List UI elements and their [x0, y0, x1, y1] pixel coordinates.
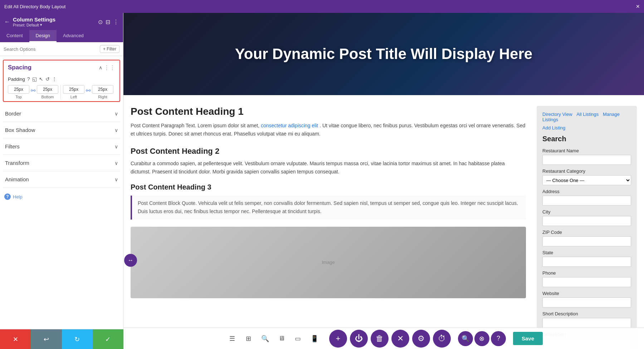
state-input[interactable] — [542, 257, 631, 267]
short-description-input[interactable] — [542, 318, 631, 328]
preset-label: Preset: Default — [13, 23, 39, 27]
padding-top-group: Top — [8, 85, 29, 99]
padding-label: Padding — [8, 77, 25, 82]
zip-code-input[interactable] — [542, 236, 631, 246]
breadcrumb-directory[interactable]: Directory View — [542, 112, 572, 117]
layers-button[interactable]: ⊗ — [474, 331, 489, 346]
link-icon-1[interactable]: ⚯ — [31, 87, 35, 94]
link-icon-2[interactable]: ⚯ — [86, 87, 91, 94]
spacing-header[interactable]: Spacing ∧ ⋮⋮ — [4, 60, 119, 75]
help-button[interactable]: ? — [491, 331, 506, 346]
tab-advanced[interactable]: Advanced — [57, 30, 90, 42]
mobile-button[interactable]: 📱 — [307, 331, 322, 346]
box-shadow-header[interactable]: Box Shadow ∨ — [3, 122, 120, 138]
padding-left-input[interactable] — [63, 85, 84, 94]
border-header[interactable]: Border ∨ — [3, 105, 120, 122]
grid-button[interactable]: ⊞ — [241, 331, 256, 346]
transform-header[interactable]: Transform ∨ — [3, 155, 120, 171]
phone-label: Phone — [542, 270, 631, 276]
panel-tabs: Content Design Advanced — [0, 30, 123, 42]
box-shadow-chevron[interactable]: ∨ — [114, 127, 118, 133]
padding-label-row: Padding ? ◱ ↖ ↺ ⋮ — [8, 76, 115, 82]
delete-button[interactable]: 🗑 — [371, 330, 389, 348]
box-shadow-title: Box Shadow — [5, 127, 114, 133]
preset-dropdown[interactable]: Preset: Default ▾ — [13, 23, 95, 27]
back-icon[interactable]: ← — [4, 19, 10, 25]
toolbar-right: 🔍 ⊗ ? Save — [458, 331, 543, 346]
search-bar: + Filter — [0, 42, 123, 56]
apply-button[interactable]: ✓ — [93, 329, 123, 349]
post-heading-2: Post Content Heading 2 — [131, 147, 526, 156]
city-input[interactable] — [542, 216, 631, 226]
undo-button[interactable]: ↩ — [31, 329, 62, 349]
help-icon[interactable]: ? — [27, 76, 30, 82]
restaurant-name-input[interactable] — [542, 155, 631, 165]
settings-button[interactable]: ⚙ — [412, 330, 430, 348]
website-input[interactable] — [542, 298, 631, 308]
post-heading-3: Post Content Heading 3 — [131, 183, 526, 191]
tab-content[interactable]: Content — [0, 30, 29, 42]
sidebar-search-title: Search — [542, 135, 631, 143]
breadcrumb-all-listings[interactable]: All Listings — [576, 112, 599, 117]
power-button[interactable]: ⏻ — [350, 330, 368, 348]
tablet-button[interactable]: ▭ — [291, 331, 306, 346]
add-listing-link[interactable]: Add Listing — [542, 125, 631, 131]
individual-icon[interactable]: ◱ — [32, 76, 37, 82]
reset-icon[interactable]: ↺ — [45, 76, 50, 82]
animation-chevron[interactable]: ∨ — [114, 177, 118, 182]
spacing-chevron[interactable]: ∧ — [99, 65, 102, 70]
top-bar-title: Edit All Directory Body Layout — [4, 4, 636, 9]
panel-bottom: ✕ ↩ ↻ ✓ — [0, 329, 123, 349]
panel-header: ← Column Settings Preset: Default ▾ ⊙ ⊟ … — [0, 13, 123, 30]
redo-button[interactable]: ↻ — [62, 329, 93, 349]
search-button[interactable]: 🔍 — [258, 331, 273, 346]
drag-handle[interactable]: ↔ — [124, 254, 137, 267]
animation-title: Animation — [5, 176, 114, 182]
close-button[interactable]: ✕ — [391, 330, 409, 348]
panel-body: Spacing ∧ ⋮⋮ Padding ? ◱ ↖ ↺ ⋮ — [0, 56, 123, 349]
padding-bottom-input[interactable] — [37, 85, 58, 94]
bottom-toolbar: ☰ ⊞ 🔍 🖥 ▭ 📱 + ⏻ 🗑 ✕ ⚙ ⏱ 🔍 ⊗ ? Save — [123, 328, 644, 349]
desktop-button[interactable]: 🖥 — [274, 331, 289, 346]
hero-section: Your Dynamic Post Title Will Display Her… — [123, 13, 644, 95]
spacing-title: Spacing — [8, 64, 99, 71]
post-paragraph-2: Curabitur a commodo sapien, at pellentes… — [131, 159, 526, 176]
restaurant-category-select[interactable]: — Choose One — — [542, 175, 631, 185]
tab-design[interactable]: Design — [29, 30, 57, 42]
columns-icon[interactable]: ⊟ — [106, 19, 110, 25]
border-chevron[interactable]: ∨ — [114, 111, 118, 117]
transform-chevron[interactable]: ∨ — [114, 160, 118, 166]
panel-title: Column Settings — [13, 16, 95, 23]
history-button[interactable]: ⏱ — [433, 330, 451, 348]
focus-icon[interactable]: ⊙ — [98, 19, 103, 25]
post-paragraph-1: Post Content Paragraph Text. Lorem ipsum… — [131, 122, 526, 138]
address-input[interactable] — [542, 196, 631, 206]
hero-title: Your Dynamic Post Title Will Display Her… — [235, 45, 532, 63]
help-button[interactable]: ? Help — [0, 188, 123, 206]
filters-header[interactable]: Filters ∨ — [3, 138, 120, 154]
menu-button[interactable]: ☰ — [225, 331, 240, 346]
phone-input[interactable] — [542, 277, 631, 287]
toolbar-center: + ⏻ 🗑 ✕ ⚙ ⏱ — [329, 330, 451, 348]
filters-chevron[interactable]: ∨ — [114, 144, 118, 149]
padding-left-group: Left — [63, 85, 84, 99]
restaurant-name-label: Restaurant Name — [542, 148, 631, 153]
content-body: ↔ Post Content Heading 1 Post Content Pa… — [123, 95, 644, 349]
more-icon[interactable]: ⋮ — [113, 19, 119, 25]
padding-right-input[interactable] — [92, 85, 113, 94]
search2-button[interactable]: 🔍 — [458, 331, 473, 346]
website-label: Website — [542, 291, 631, 296]
add-button[interactable]: + — [329, 330, 347, 348]
filter-button[interactable]: + Filter — [100, 45, 119, 53]
padding-top-input[interactable] — [8, 85, 29, 94]
search-input[interactable] — [4, 46, 98, 52]
post-link-1[interactable]: consectetur adipiscing elit — [261, 123, 318, 128]
save-button[interactable]: Save — [513, 332, 543, 345]
image-placeholder: Image — [131, 227, 526, 298]
arrow-icon[interactable]: ↖ — [39, 76, 43, 82]
cancel-button[interactable]: ✕ — [0, 329, 31, 349]
more-padding-icon[interactable]: ⋮ — [52, 76, 57, 82]
spacing-drag[interactable]: ⋮⋮ — [104, 64, 115, 71]
animation-header[interactable]: Animation ∨ — [3, 171, 120, 187]
close-icon[interactable]: × — [636, 3, 640, 10]
